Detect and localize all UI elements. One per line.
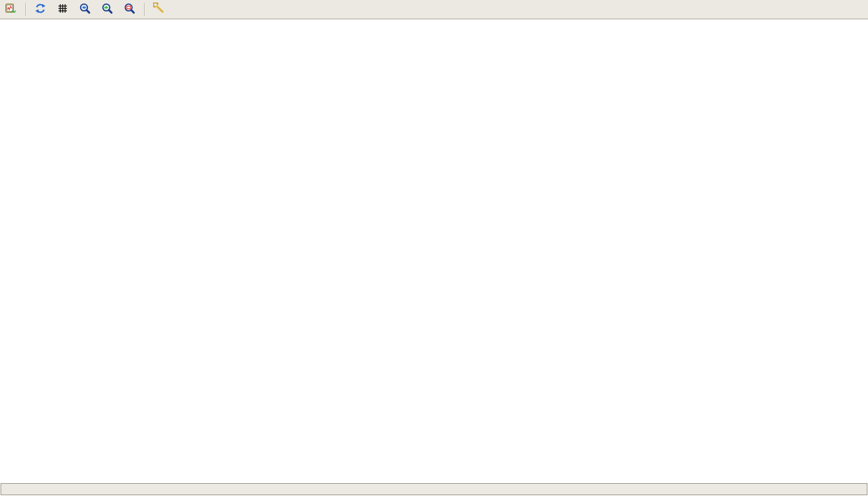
replot-button[interactable]: [33, 2, 48, 17]
refresh-icon: [34, 2, 46, 17]
plot-canvas[interactable]: [0, 0, 868, 497]
magnifier-forward-icon: [101, 2, 113, 17]
help-button[interactable]: [174, 2, 189, 17]
gnuplot-window: [0, 0, 868, 497]
grid-icon: [57, 2, 69, 17]
copy-plot-button[interactable]: [3, 2, 19, 17]
zoom-autoscale-button[interactable]: [122, 2, 137, 17]
toolbar-separator: [25, 3, 27, 16]
wrench-icon: [153, 2, 165, 17]
clipboard-plot-icon: [5, 2, 17, 17]
magnifier-region-icon: [124, 2, 136, 17]
status-bar: [1, 483, 867, 495]
configure-button[interactable]: [151, 2, 167, 17]
magnifier-back-icon: [79, 2, 91, 17]
grid-button[interactable]: [55, 2, 71, 17]
toolbar: [0, 0, 868, 19]
zoom-next-button[interactable]: [99, 2, 115, 17]
zoom-previous-button[interactable]: [77, 2, 93, 17]
toolbar-separator: [144, 3, 145, 16]
